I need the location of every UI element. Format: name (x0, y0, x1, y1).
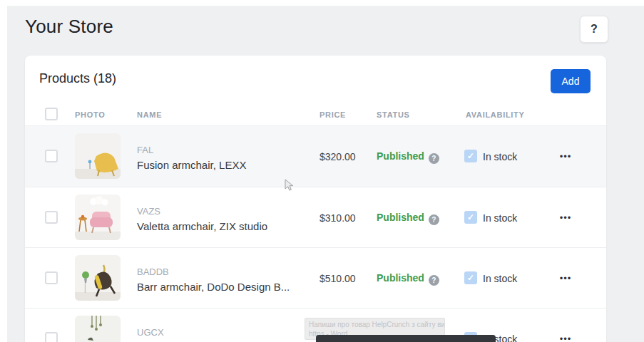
product-sku: FAL (137, 145, 153, 155)
products-count-title: Products (18) (39, 71, 116, 86)
status-help-icon[interactable]: ? (429, 275, 439, 286)
tooltip-line-1: Напиши про товар HelpCrunch з сайту виро… (309, 320, 441, 329)
row-menu-button[interactable]: ••• (553, 145, 578, 167)
in-stock-checkbox[interactable]: ✓ (464, 211, 477, 224)
in-stock-checkbox[interactable]: ✓ (464, 150, 477, 162)
product-name: Fusion armchair, LEXX (137, 159, 246, 171)
product-price: $310.00 (320, 212, 356, 224)
product-name: Barr armchair, DoDo Design B... (137, 281, 290, 293)
add-product-button[interactable]: Add (551, 69, 591, 93)
pink-armchair-photo (75, 195, 121, 240)
row-select-checkbox[interactable] (45, 150, 58, 162)
app-window: Your Store ? Products (18) Add PHOTO NAM… (0, 0, 644, 342)
store-page-background: Your Store ? Products (18) Add PHOTO NAM… (7, 6, 644, 342)
product-sku: UGCX (137, 327, 164, 338)
column-header-status: STATUS (377, 103, 410, 126)
page-title: Your Store (25, 16, 113, 38)
column-header-photo: PHOTO (75, 103, 105, 126)
product-sku: BADDB (137, 266, 169, 277)
table-header-row: PHOTO NAME PRICE STATUS AVAILABILITY (25, 103, 606, 126)
status-help-icon[interactable]: ? (429, 153, 439, 164)
in-stock-label: In stock (483, 212, 517, 224)
product-name: Valetta armchair, ZIX studio (137, 220, 267, 232)
yellow-armchair-photo (75, 133, 121, 179)
table-row: VAZS Valetta armchair, ZIX studio $310.0… (25, 187, 606, 247)
column-header-availability: AVAILABILITY (466, 103, 525, 126)
row-select-checkbox[interactable] (45, 271, 58, 284)
column-header-price: PRICE (320, 103, 346, 126)
dark-armchair-photo (75, 255, 121, 301)
row-select-checkbox[interactable] (45, 332, 58, 342)
mouse-cursor (285, 179, 295, 195)
status-badge: Published? (377, 150, 439, 164)
row-menu-button[interactable]: ••• (553, 327, 578, 342)
product-sku: VAZS (137, 206, 160, 217)
help-button[interactable]: ? (580, 16, 608, 43)
green-chair-photo (75, 316, 121, 342)
product-price: $510.00 (320, 273, 356, 284)
products-card: Products (18) Add PHOTO NAME PRICE STATU… (25, 56, 606, 342)
row-menu-button[interactable]: ••• (553, 206, 578, 229)
in-stock-checkbox[interactable]: ✓ (464, 271, 477, 284)
column-header-name: NAME (137, 103, 162, 126)
product-price: $320.00 (320, 151, 356, 162)
status-help-icon[interactable]: ? (429, 214, 439, 225)
table-row: FAL Fusion armchair, LEXX $320.00 Publis… (25, 126, 606, 187)
row-select-checkbox[interactable] (45, 211, 58, 224)
table-row: BADDB Barr armchair, DoDo Design B... $5… (25, 247, 606, 308)
select-all-checkbox[interactable] (45, 108, 58, 120)
status-badge: Published? (377, 212, 439, 225)
in-stock-label: In stock (483, 151, 517, 162)
row-menu-button[interactable]: ••• (553, 266, 578, 289)
status-badge: Published? (377, 272, 439, 286)
in-stock-label: In stock (483, 273, 517, 284)
dark-overlay-bar (316, 335, 496, 342)
